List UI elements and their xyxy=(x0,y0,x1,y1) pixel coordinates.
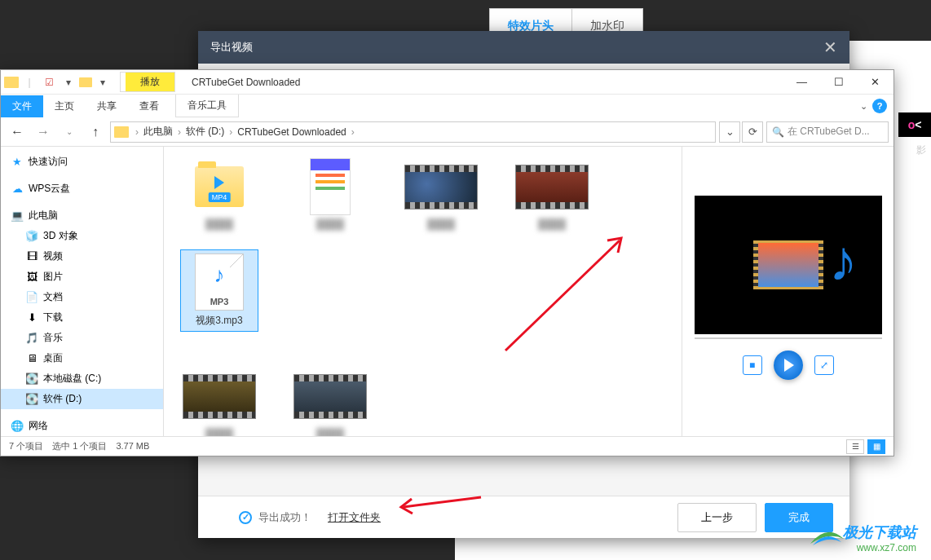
icons-view-button[interactable]: ▦ xyxy=(867,439,885,454)
file-item-app[interactable]: ████ xyxy=(291,155,369,233)
success-check-icon xyxy=(239,511,252,524)
explorer-body: ★ 快速访问 ☁ WPS云盘 💻 此电脑 🧊3D 对象 🎞视频 🖼图片 📄文档 … xyxy=(1,147,893,436)
preview-note-icon: ♪ xyxy=(829,228,858,293)
watermark: 极光下载站 www.xz7.com xyxy=(843,523,916,553)
view-tab[interactable]: 查看 xyxy=(128,95,170,117)
crumb-pc[interactable]: 此电脑 xyxy=(140,125,176,139)
file-item-video4[interactable]: ████ xyxy=(291,364,369,436)
video-thumb-icon xyxy=(515,165,589,209)
status-text: 7 个项目 选中 1 个项目 3.77 MB xyxy=(9,440,149,452)
sidebar-quick-access[interactable]: ★ 快速访问 xyxy=(1,152,163,172)
video-thumb-icon xyxy=(293,374,367,419)
sidebar-label: 软件 (D:) xyxy=(43,392,82,406)
sidebar-label: 3D 对象 xyxy=(43,229,78,243)
file-explorer: | ☑ ▾ ▾ 播放 CRTubeGet Downloaded — ☐ ✕ 文件… xyxy=(0,69,894,456)
play-contextual-tab: 播放 xyxy=(120,72,175,92)
properties-icon[interactable]: ☑ xyxy=(40,73,58,91)
ribbon: 文件 主页 共享 查看 音乐工具 ⌄ ? xyxy=(1,95,893,117)
status-bar: 7 个项目 选中 1 个项目 3.77 MB ☰ ▦ xyxy=(1,436,893,456)
qat-dropdown2-icon[interactable]: ▾ xyxy=(94,73,112,91)
music-icon: 🎵 xyxy=(25,332,38,345)
crumb-sep[interactable]: › xyxy=(350,126,356,138)
crumb-drive[interactable]: 软件 (D:) xyxy=(183,125,227,139)
files-area[interactable]: MP4 ████ ████ ████ ████ ♪MP3 视频3.mp3 xyxy=(164,147,682,436)
address-bar: ← → ⌄ ↑ › 此电脑 › 软件 (D:) › CRTubeGet Down… xyxy=(1,117,893,147)
sidebar-label: 音乐 xyxy=(43,331,63,345)
drive-icon: 💽 xyxy=(25,393,38,406)
picture-icon: 🖼 xyxy=(25,271,38,284)
crumb-sep[interactable]: › xyxy=(176,126,183,138)
new-folder-icon[interactable] xyxy=(79,77,92,87)
open-folder-link[interactable]: 打开文件夹 xyxy=(328,510,381,525)
note-icon: ♪ xyxy=(214,262,225,288)
search-input[interactable]: 🔍 在 CRTubeGet D... xyxy=(766,121,889,143)
sidebar-label: 本地磁盘 (C:) xyxy=(43,372,101,386)
refresh-button[interactable]: ⟳ xyxy=(742,121,763,143)
watermark-url: www.xz7.com xyxy=(843,542,916,553)
sidebar-item-desktop[interactable]: 🖥桌面 xyxy=(1,348,163,368)
titlebar: | ☑ ▾ ▾ 播放 CRTubeGet Downloaded — ☐ ✕ xyxy=(1,70,893,95)
sidebar-item-pictures[interactable]: 🖼图片 xyxy=(1,267,163,287)
music-tools-tab[interactable]: 音乐工具 xyxy=(175,95,239,117)
document-icon: 📄 xyxy=(25,291,38,304)
sidebar-label: 网络 xyxy=(29,419,48,433)
pc-icon: 💻 xyxy=(11,209,24,223)
preview-scrubber[interactable] xyxy=(695,337,882,339)
play-tab-header[interactable]: 播放 xyxy=(126,73,174,91)
sidebar-wps[interactable]: ☁ WPS云盘 xyxy=(1,179,163,199)
drive-icon: 💽 xyxy=(25,373,38,386)
qat-dropdown-icon[interactable]: ▾ xyxy=(60,73,77,91)
sidebar-item-documents[interactable]: 📄文档 xyxy=(1,287,163,307)
file-label: ████ xyxy=(205,218,233,230)
watermark-name: 极光下载站 xyxy=(843,523,916,542)
recent-dropdown-icon[interactable]: ⌄ xyxy=(58,121,81,143)
stop-button[interactable]: ■ xyxy=(743,355,762,375)
crumb-sep[interactable]: › xyxy=(134,126,140,138)
network-icon: 🌐 xyxy=(11,420,24,433)
sidebar-network[interactable]: 🌐 网络 xyxy=(1,416,163,436)
maximize-button[interactable]: ☐ xyxy=(820,71,857,94)
quick-access-toolbar: | ☑ ▾ ▾ xyxy=(1,73,115,91)
address-dropdown-icon[interactable]: ⌄ xyxy=(719,121,740,143)
file-item-folder[interactable]: MP4 ████ xyxy=(180,155,258,233)
export-close-button[interactable]: ✕ xyxy=(823,37,837,57)
file-item-mp3-selected[interactable]: ♪MP3 视频3.mp3 xyxy=(180,249,258,332)
video-thumb-icon xyxy=(183,374,256,419)
share-tab[interactable]: 共享 xyxy=(86,95,128,117)
home-tab[interactable]: 主页 xyxy=(43,95,86,117)
star-icon: ★ xyxy=(11,156,24,169)
address-box[interactable]: › 此电脑 › 软件 (D:) › CRTubeGet Downloaded › xyxy=(110,121,716,143)
up-button[interactable]: ↑ xyxy=(84,121,107,143)
qat-separator: | xyxy=(20,73,38,91)
sidebar-item-drive-c[interactable]: 💽本地磁盘 (C:) xyxy=(1,368,163,389)
app-icon xyxy=(310,158,351,215)
minimize-button[interactable]: — xyxy=(783,71,820,94)
play-button[interactable] xyxy=(774,351,803,380)
details-view-button[interactable]: ☰ xyxy=(846,439,864,454)
folder-icon: MP4 xyxy=(195,166,244,207)
file-item-video2[interactable]: ████ xyxy=(513,155,591,233)
close-button[interactable]: ✕ xyxy=(857,71,893,94)
file-item-video1[interactable]: ████ xyxy=(402,155,480,233)
sidebar-item-drive-d[interactable]: 💽软件 (D:) xyxy=(1,389,163,409)
prev-step-button[interactable]: 上一步 xyxy=(677,503,757,532)
desktop-icon: 🖥 xyxy=(25,352,38,365)
preview-video: ♪ xyxy=(695,196,882,334)
file-item-video3[interactable]: ████ xyxy=(180,364,258,436)
folder-icon[interactable] xyxy=(4,77,19,88)
sidebar-item-3d[interactable]: 🧊3D 对象 xyxy=(1,226,163,246)
ribbon-expand-icon[interactable]: ⌄ xyxy=(860,101,867,112)
file-tab[interactable]: 文件 xyxy=(1,95,43,117)
help-icon[interactable]: ? xyxy=(872,99,887,113)
sidebar-label: 快速访问 xyxy=(29,155,68,169)
sidebar-this-pc[interactable]: 💻 此电脑 xyxy=(1,205,163,226)
crumb-folder[interactable]: CRTubeGet Downloaded xyxy=(234,126,349,138)
crumb-sep[interactable]: › xyxy=(227,126,234,138)
sidebar-item-videos[interactable]: 🎞视频 xyxy=(1,246,163,267)
fullscreen-button[interactable]: ⤢ xyxy=(814,355,834,375)
export-title: 导出视频 xyxy=(210,40,253,55)
sidebar-item-downloads[interactable]: ⬇下载 xyxy=(1,307,163,328)
sidebar-item-music[interactable]: 🎵音乐 xyxy=(1,328,163,348)
back-button[interactable]: ← xyxy=(6,121,29,143)
forward-button[interactable]: → xyxy=(32,121,55,143)
